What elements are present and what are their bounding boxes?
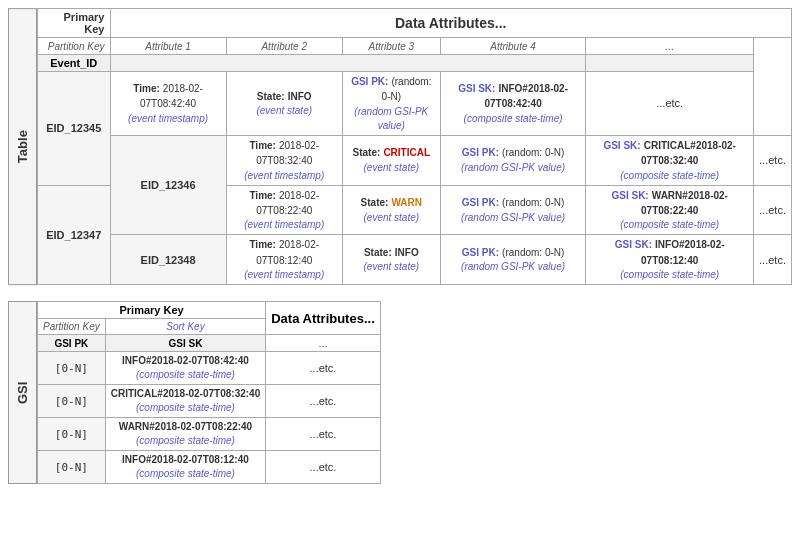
attr1-desc: (event timestamp) [116,112,221,126]
attr4-cell: GSI SK: WARN#2018-02-07T08:22:40 (compos… [586,185,754,235]
gsi-sk-cell: GSI SK [105,335,266,352]
attr4-cell: GSI SK: INFO#2018-02-07T08:42:40 (compos… [440,72,586,136]
gsi-table: Primary Key Data Attributes... Partition… [37,301,381,484]
gsi-dots: ... [266,335,381,352]
primary-key-row: Primary Key Data Attributes... [38,9,792,38]
attr2-cell: State: CRITICAL (event state) [342,135,440,185]
attr3-gsi-label: GSI PK: [351,76,388,87]
etc-cell: ...etc. [754,135,792,185]
attr2-value: CRITICAL [383,147,430,158]
etc-cell: ...etc. [754,235,792,285]
attr1-header: Attribute 1 [110,38,226,55]
attr2-cell: State: WARN (event state) [342,185,440,235]
data-attributes-header: Data Attributes... [110,9,792,38]
attr3-value: (random: 0-N) [382,76,432,102]
gsi-primary-key-row: Primary Key Data Attributes... [38,302,381,319]
table-side-label: Table [8,8,37,285]
attr4-value: CRITICAL#2018-02-07T08:32:40 [641,140,736,166]
gsi-table-row: [0-N] CRITICAL#2018-02-07T08:32:40 (comp… [38,385,381,418]
etc-cell: ...etc. [266,352,381,385]
gsi-gsi-row: GSI PK GSI SK ... [38,335,381,352]
gsi-sk-value-cell: WARN#2018-02-07T08:22:40 (composite stat… [105,418,266,451]
main-table: Primary Key Data Attributes... Partition… [37,8,792,285]
gsi-n-cell: [0-N] [38,352,106,385]
etc-cell: ...etc. [586,72,754,136]
attr2-desc: (event state) [232,104,337,118]
attr1-cell: Time: 2018-02-07T08:32:40 (event timesta… [226,135,342,185]
gsi-sk-value-cell: INFO#2018-02-07T08:42:40 (composite stat… [105,352,266,385]
attr1-cell: Time: 2018-02-07T08:12:40 (event timesta… [226,235,342,285]
attr1-desc: (event timestamp) [232,169,337,183]
gsi-sort-key-label: Sort Key [105,319,266,335]
gsi-section: GSI Primary Key Data Attributes... Parti… [8,301,792,484]
partition-key-row: Partition Key Attribute 1 Attribute 2 At… [38,38,792,55]
attr4-desc: (composite state-time) [446,112,581,126]
attr3-cell: GSI PK: (random: 0-N) (random GSI-PK val… [440,185,586,235]
attr1-cell: Time: 2018-02-07T08:42:40 (event timesta… [110,72,226,136]
attr2-header: Attribute 2 [226,38,342,55]
eid-cell: EID_12345 [38,72,111,186]
attr3-cell: GSI PK: (random: 0-N) (random GSI-PK val… [440,235,586,285]
attr3-cell: GSI PK: (random: 0-N) (random GSI-PK val… [342,72,440,136]
gsi-sk-value-cell: CRITICAL#2018-02-07T08:32:40 (composite … [105,385,266,418]
primary-key-label: Primary Key [38,9,111,38]
attr4-gsi-label: GSI SK: [603,140,640,151]
attr4-gsi-label: GSI SK: [458,83,495,94]
event-id-header: Event_ID [38,55,111,72]
gsi-da-header: Data Attributes... [266,302,381,335]
gsi-n-cell: [0-N] [38,418,106,451]
attr3-value: (random: 0-N) [502,147,564,158]
attr1-label: Time: [133,83,160,94]
gsi-table-row: [0-N] WARN#2018-02-07T08:22:40 (composit… [38,418,381,451]
attr2-desc: (event state) [348,161,435,175]
eid-cell: EID_12347 [38,185,111,285]
attr3-gsi-label: GSI PK: [462,147,499,158]
partition-key-label: Partition Key [38,38,111,55]
attr2-cell: State: INFO (event state) [342,235,440,285]
attr4-cell: GSI SK: INFO#2018-02-07T08:12:40 (compos… [586,235,754,285]
gsi-table-row: [0-N] INFO#2018-02-07T08:42:40 (composit… [38,352,381,385]
gsi-n-cell: [0-N] [38,451,106,484]
table-row: EID_12345 Time: 2018-02-07T08:42:40 (eve… [38,72,792,136]
table-row: EID_12348 Time: 2018-02-07T08:12:40 (eve… [38,235,792,285]
table-row: EID_12346 Time: 2018-02-07T08:32:40 (eve… [38,135,792,185]
etc-cell: ...etc. [266,418,381,451]
attr4-value: INFO#2018-02-07T08:42:40 [484,83,568,109]
attr4-header: Attribute 4 [440,38,586,55]
attr3-header: Attribute 3 [342,38,440,55]
gsi-pk-header: Primary Key [38,302,266,319]
etc-cell: ...etc. [266,451,381,484]
table-section: Table Primary Key Data Attributes... Par… [8,8,792,285]
attr3-desc: (random GSI-PK value) [348,105,435,133]
attr2-cell: State: INFO (event state) [226,72,342,136]
attr1-cell: Time: 2018-02-07T08:22:40 (event timesta… [226,185,342,235]
gsi-pk-cell: GSI PK [38,335,106,352]
attr2-value: INFO [288,91,312,102]
gsi-partition-key-label: Partition Key [38,319,106,335]
attr3-desc: (random GSI-PK value) [446,161,581,175]
attr2-label: State: [257,91,285,102]
etc-cell: ...etc. [266,385,381,418]
attr3-cell: GSI PK: (random: 0-N) (random GSI-PK val… [440,135,586,185]
attr2-label: State: [353,147,381,158]
eid-cell: EID_12346 [110,135,226,235]
attr4-cell: GSI SK: CRITICAL#2018-02-07T08:32:40 (co… [586,135,754,185]
event-id-row: Event_ID [38,55,792,72]
gsi-sk-value-cell: INFO#2018-02-07T08:12:40 (composite stat… [105,451,266,484]
gsi-n-cell: [0-N] [38,385,106,418]
gsi-side-label: GSI [8,301,37,484]
gsi-table-row: [0-N] INFO#2018-02-07T08:12:40 (composit… [38,451,381,484]
more-header: ... [586,38,754,55]
etc-cell: ...etc. [754,185,792,235]
eid-cell: EID_12348 [110,235,226,285]
attr4-desc: (composite state-time) [591,169,748,183]
attr1-label: Time: [249,140,276,151]
